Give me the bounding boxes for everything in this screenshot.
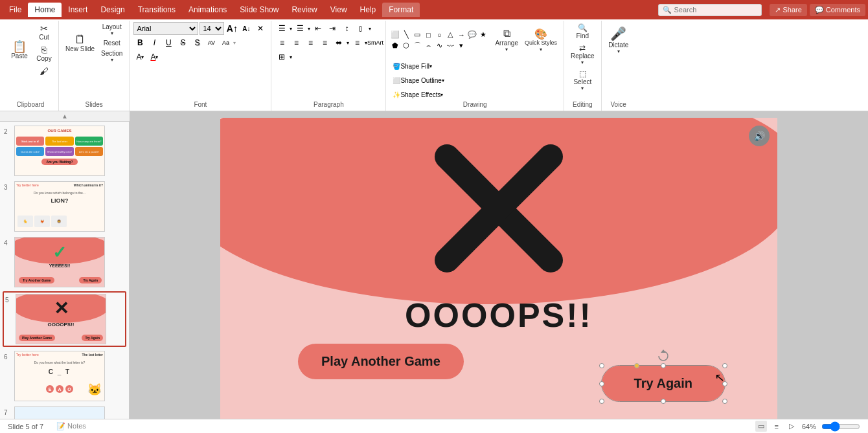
try-again-button[interactable]: Try Again: [602, 366, 725, 401]
tab-transitions[interactable]: Transitions: [131, 3, 182, 17]
italic-button[interactable]: I: [148, 36, 161, 49]
quick-styles-button[interactable]: 🎨 Quick Styles ▾: [522, 22, 560, 58]
shape-arc[interactable]: ⌢: [423, 41, 433, 51]
numbering-button[interactable]: ☰: [293, 22, 306, 35]
slide-thumb-2[interactable]: 2 OUR GAMES Stick-iest to it! The last l…: [3, 124, 126, 177]
format-painter-button[interactable]: 🖌: [34, 65, 54, 78]
font-style-row: B I U S S AV Aa ▾: [133, 36, 267, 49]
paste-button[interactable]: 📋 Paste: [6, 32, 32, 68]
arrange-button[interactable]: ⧉ Arrange ▾: [492, 27, 521, 54]
zoom-slider[interactable]: [821, 421, 860, 432]
slide-thumb-6[interactable]: 6 Try better here The last letter Do you…: [3, 350, 126, 403]
decrease-indent-button[interactable]: ⇤: [312, 22, 325, 35]
bullets-button[interactable]: ☰: [275, 22, 288, 35]
text-dir-button[interactable]: ⬌: [332, 36, 345, 49]
shape-rect[interactable]: ▭: [412, 30, 422, 40]
shape-rtarrow[interactable]: →: [456, 30, 466, 40]
view-slideshow[interactable]: ▷: [786, 421, 797, 432]
sound-button[interactable]: 🔊: [749, 126, 770, 146]
scroll-up-arrow[interactable]: ▲: [0, 111, 130, 122]
view-outline[interactable]: ≡: [772, 421, 781, 432]
play-another-game-button[interactable]: Play Another Game: [298, 344, 464, 379]
shape-pentagon[interactable]: ⬟: [390, 41, 400, 51]
thumb-play-btn: Play Another Game: [19, 335, 55, 341]
dictate-button[interactable]: 🎤 Dictate ▾: [606, 22, 632, 58]
select-button[interactable]: ⬚ Select ▾: [568, 68, 597, 93]
share-button[interactable]: ↗ Share: [770, 4, 806, 16]
center-button[interactable]: ≡: [290, 36, 303, 49]
increase-indent-button[interactable]: ⇥: [326, 22, 339, 35]
tab-help[interactable]: Help: [354, 3, 383, 17]
comments-button[interactable]: 💬 Comments: [810, 4, 865, 16]
columns-button[interactable]: ⫿: [354, 22, 367, 35]
shape-arrow[interactable]: ╲: [401, 30, 411, 40]
tab-insert[interactable]: Insert: [62, 3, 94, 17]
slide-img-5: ✕ OOOOPS!! Play Another Game Try Again: [16, 294, 106, 344]
section-button[interactable]: Section ▾: [98, 49, 125, 64]
replace-button[interactable]: ⇄ Replace ▾: [568, 42, 597, 67]
shape-effects-button[interactable]: ✨ Shape Effects ▾: [390, 88, 446, 101]
cut-button[interactable]: ✂ Cut: [34, 22, 54, 42]
slide-thumb-3[interactable]: 3 Try better here Which animal is it? Do…: [3, 180, 126, 233]
justify-button[interactable]: ≡: [318, 36, 331, 49]
bold-button[interactable]: B: [133, 36, 146, 49]
shape-curved[interactable]: ⌒: [412, 41, 422, 51]
tab-slideshow[interactable]: Slide Show: [233, 3, 285, 17]
search-input[interactable]: [674, 6, 758, 14]
align-left-button[interactable]: ≡: [275, 36, 288, 49]
shape-more[interactable]: ▾: [456, 41, 466, 51]
try-again-wrapper: Try Again: [601, 365, 725, 402]
highlight-button[interactable]: A ▾: [133, 50, 146, 63]
shape-triangle[interactable]: △: [445, 30, 455, 40]
handle-bm: [661, 399, 666, 404]
shape-fill-button[interactable]: 🪣 Shape Fill ▾: [390, 60, 434, 72]
shape-freeform[interactable]: ∿: [434, 41, 444, 51]
smartart-button[interactable]: SmArt: [369, 36, 382, 49]
editing-group: 🔍 Find ⇄ Replace ▾ ⬚ Select ▾ Editing: [564, 21, 602, 111]
slide-canvas[interactable]: OOOOPS!! Play Another Game Try Again: [220, 118, 777, 431]
copy-button[interactable]: ⎘ Copy: [34, 43, 54, 63]
new-slide-button[interactable]: 🗒 New Slide: [63, 25, 97, 61]
layout-button[interactable]: Layout ▾: [98, 22, 125, 38]
reset-button[interactable]: Reset: [98, 38, 125, 48]
oops-text: OOOOPS!!: [405, 296, 593, 335]
table-btn[interactable]: ⊞: [275, 50, 288, 63]
tab-file[interactable]: File: [3, 3, 28, 17]
shape-callout[interactable]: 💬: [467, 30, 477, 40]
view-normal[interactable]: ▭: [755, 421, 767, 432]
tab-home[interactable]: Home: [28, 3, 62, 17]
char-spacing-button[interactable]: AV: [205, 36, 218, 49]
slide-thumb-4[interactable]: 4 ✓ YEEEES!! Try Another Game Try Again: [3, 236, 126, 289]
clear-format-button[interactable]: ✕: [254, 22, 267, 35]
align-text-button[interactable]: ≡: [350, 36, 363, 49]
search-box[interactable]: 🔍: [658, 4, 762, 16]
font-size-select[interactable]: 14: [200, 22, 224, 35]
font-family-select[interactable]: Arial: [133, 22, 198, 35]
shape-line[interactable]: ⬜: [390, 30, 400, 40]
shape-rect2[interactable]: □: [423, 30, 433, 40]
shape-star[interactable]: ★: [478, 30, 488, 40]
underline-button[interactable]: U: [162, 36, 175, 49]
font-shrink-button[interactable]: A↓: [240, 22, 253, 35]
numbering-dropdown: ▾: [308, 26, 310, 32]
shape-outline-button[interactable]: ⬜ Shape Outline ▾: [390, 74, 446, 87]
align-right-button[interactable]: ≡: [304, 36, 317, 49]
shape-hexagon[interactable]: ⬡: [401, 41, 411, 51]
tab-animations[interactable]: Animations: [182, 3, 233, 17]
strikethrough-button[interactable]: S: [176, 36, 189, 49]
tab-review[interactable]: Review: [285, 3, 323, 17]
tab-format[interactable]: Format: [382, 3, 420, 17]
slide-thumb-5[interactable]: 5 ✕ OOOOPS!! Play Another Game Try Again: [3, 291, 126, 347]
change-case-button[interactable]: Aa: [219, 36, 232, 49]
shape-oval[interactable]: ○: [434, 30, 444, 40]
font-color-button[interactable]: A ▾: [148, 50, 161, 63]
replace-dropdown: ▾: [581, 60, 584, 65]
font-grow-button[interactable]: A↑: [225, 22, 238, 35]
line-spacing-button[interactable]: ↕: [340, 22, 353, 35]
font-label: Font: [194, 101, 207, 109]
shadow-button[interactable]: S: [190, 36, 203, 49]
tab-view[interactable]: View: [324, 3, 354, 17]
find-button[interactable]: 🔍 Find: [568, 22, 597, 41]
tab-design[interactable]: Design: [94, 3, 131, 17]
shape-scribble[interactable]: 〰: [445, 41, 455, 51]
